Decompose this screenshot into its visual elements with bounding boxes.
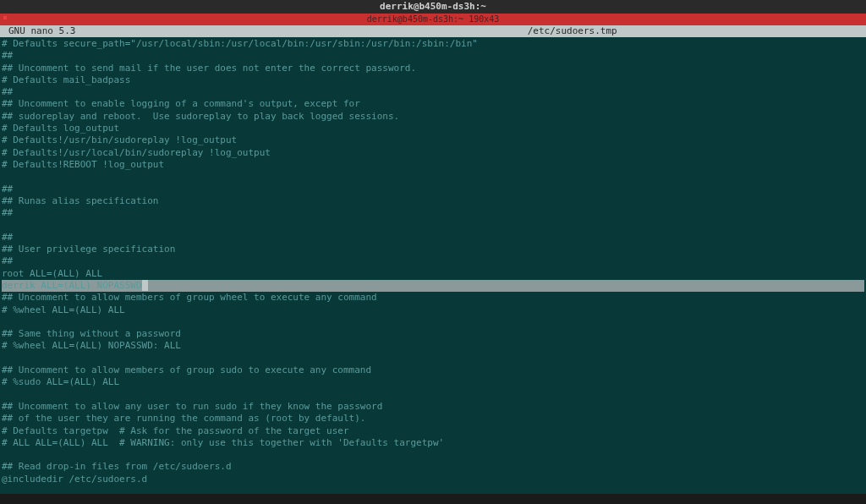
editor-current-line[interactable]: derrik ALL=(ALL) NOPASSWD (2, 280, 864, 292)
editor-line: ## (2, 86, 864, 98)
nano-app-name: GNU nano 5.3 (8, 25, 75, 37)
editor-line: # Defaults!/usr/bin/sudoreplay !log_outp… (2, 134, 864, 146)
editor-line: # Defaults log_output (2, 123, 864, 134)
terminal-subtitle: derrik@b450m-ds3h:~ 190x43 (367, 14, 500, 24)
editor-line: ## Uncomment to allow members of group s… (2, 364, 864, 376)
editor-line: ## Same thing without a password (2, 328, 864, 340)
editor-line: # Defaults!/usr/local/bin/sudoreplay !lo… (2, 147, 864, 159)
editor-line (2, 316, 864, 328)
window-indicator-icon (0, 14, 10, 25)
editor-line: # ALL ALL=(ALL) ALL # WARNING: only use … (2, 437, 864, 449)
editor-line: # Defaults targetpw # Ask for the passwo… (2, 425, 864, 437)
terminal-subtitle-bar: derrik@b450m-ds3h:~ 190x43 (0, 14, 866, 25)
editor-line: # %wheel ALL=(ALL) NOPASSWD: ALL (2, 340, 864, 352)
editor-line: ## (2, 184, 864, 195)
editor-line: ## sudoreplay and reboot. Use sudoreplay… (2, 111, 864, 123)
editor-line (2, 449, 864, 461)
editor-line (2, 353, 864, 364)
window-title-bar: derrik@b450m-ds3h:~ (0, 0, 866, 14)
editor-line: ## (2, 255, 864, 267)
editor-line (2, 389, 864, 401)
editor-line: # %sudo ALL=(ALL) ALL (2, 376, 864, 388)
editor-line (2, 219, 864, 231)
editor-line: ## (2, 207, 864, 219)
editor-line-text: derrik ALL=(ALL) NOPASSWD (2, 280, 864, 292)
editor-line: ## User privilege specification (2, 244, 864, 255)
editor-line: ## Uncomment to enable logging of a comm… (2, 98, 864, 110)
editor-content[interactable]: # Defaults secure_path="/usr/local/sbin:… (0, 37, 866, 494)
editor-line: # Defaults!REBOOT !log_output (2, 159, 864, 171)
editor-line: ## Uncomment to allow members of group w… (2, 292, 864, 304)
window-title: derrik@b450m-ds3h:~ (380, 1, 486, 12)
editor-line: # Defaults secure_path="/usr/local/sbin:… (2, 38, 864, 50)
editor-line: root ALL=(ALL) ALL (2, 268, 864, 280)
editor-line: ## (2, 232, 864, 244)
editor-line: ## Uncomment to send mail if the user do… (2, 63, 864, 74)
editor-line: # Defaults mail_badpass (2, 74, 864, 86)
editor-line: @includedir /etc/sudoers.d (2, 474, 864, 485)
cursor-icon (142, 280, 148, 291)
editor-line: ## Uncomment to allow any user to run su… (2, 401, 864, 413)
editor-line: ## Read drop-in files from /etc/sudoers.… (2, 461, 864, 473)
editor-line: ## Runas alias specification (2, 195, 864, 207)
nano-header-bar: GNU nano 5.3 /etc/sudoers.tmp (0, 25, 866, 37)
editor-line: ## of the user they are running the comm… (2, 413, 864, 425)
editor-line: ## (2, 50, 864, 62)
nano-file-name: /etc/sudoers.tmp (75, 25, 858, 37)
editor-line: # %wheel ALL=(ALL) ALL (2, 304, 864, 316)
editor-line (2, 171, 864, 183)
